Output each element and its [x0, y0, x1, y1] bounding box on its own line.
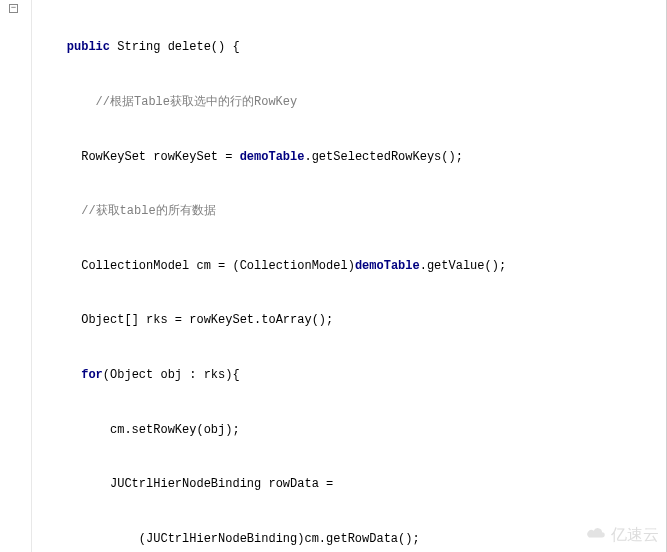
code-line: Object[] rks = rowKeySet.toArray(); [32, 311, 666, 329]
code-line: cm.setRowKey(obj); [32, 421, 666, 439]
code-area[interactable]: public String delete() { //根据Table获取选中的行… [32, 0, 666, 552]
fold-collapse-icon[interactable]: − [9, 4, 18, 13]
code-line: //根据Table获取选中的行的RowKey [32, 93, 666, 111]
code-line: //获取table的所有数据 [32, 202, 666, 220]
code-line: CollectionModel cm = (CollectionModel)de… [32, 257, 666, 275]
gutter: − [0, 0, 32, 552]
code-line: public String delete() { [32, 38, 666, 56]
code-line: JUCtrlHierNodeBinding rowData = [32, 475, 666, 493]
code-line: for(Object obj : rks){ [32, 366, 666, 384]
code-line: RowKeySet rowKeySet = demoTable.getSelec… [32, 148, 666, 166]
watermark-text: 亿速云 [611, 526, 659, 543]
watermark: 亿速云 [585, 525, 659, 546]
code-editor: − public String delete() { //根据Table获取选中… [0, 0, 667, 552]
code-line: (JUCtrlHierNodeBinding)cm.getRowData(); [32, 530, 666, 548]
cloud-icon [585, 526, 607, 540]
